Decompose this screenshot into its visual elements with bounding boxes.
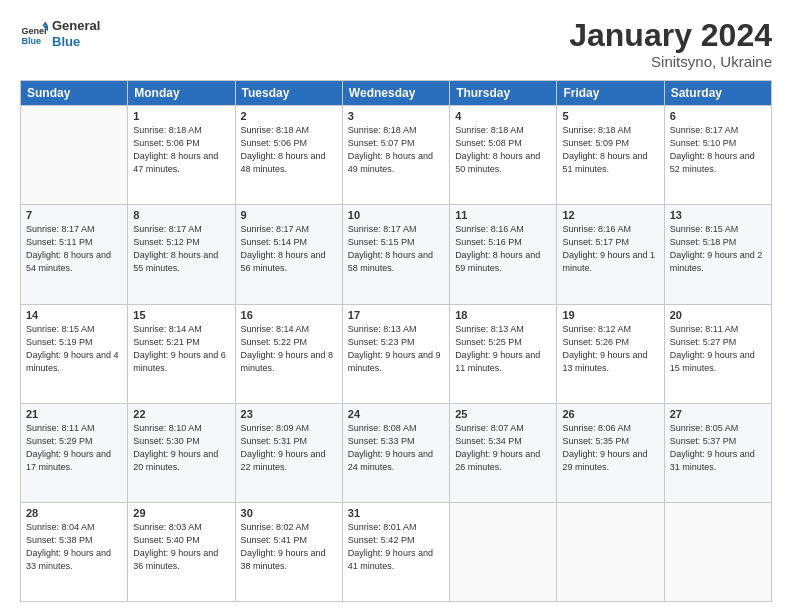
calendar-cell: 25Sunrise: 8:07 AMSunset: 5:34 PMDayligh… [450, 403, 557, 502]
calendar-cell: 7Sunrise: 8:17 AMSunset: 5:11 PMDaylight… [21, 205, 128, 304]
calendar-cell [557, 502, 664, 601]
col-header-friday: Friday [557, 81, 664, 106]
calendar-cell [664, 502, 771, 601]
day-info: Sunrise: 8:18 AMSunset: 5:08 PMDaylight:… [455, 125, 540, 174]
day-number: 3 [348, 110, 444, 122]
day-number: 8 [133, 209, 229, 221]
day-number: 2 [241, 110, 337, 122]
day-number: 18 [455, 309, 551, 321]
calendar-cell: 29Sunrise: 8:03 AMSunset: 5:40 PMDayligh… [128, 502, 235, 601]
main-title: January 2024 [569, 18, 772, 53]
day-info: Sunrise: 8:08 AMSunset: 5:33 PMDaylight:… [348, 423, 433, 472]
calendar-cell: 16Sunrise: 8:14 AMSunset: 5:22 PMDayligh… [235, 304, 342, 403]
day-number: 19 [562, 309, 658, 321]
day-info: Sunrise: 8:18 AMSunset: 5:09 PMDaylight:… [562, 125, 647, 174]
calendar-cell: 11Sunrise: 8:16 AMSunset: 5:16 PMDayligh… [450, 205, 557, 304]
day-number: 27 [670, 408, 766, 420]
calendar-cell: 20Sunrise: 8:11 AMSunset: 5:27 PMDayligh… [664, 304, 771, 403]
calendar-body: 1Sunrise: 8:18 AMSunset: 5:06 PMDaylight… [21, 106, 772, 602]
day-info: Sunrise: 8:16 AMSunset: 5:17 PMDaylight:… [562, 224, 655, 273]
day-number: 6 [670, 110, 766, 122]
day-info: Sunrise: 8:03 AMSunset: 5:40 PMDaylight:… [133, 522, 218, 571]
svg-text:General: General [21, 26, 48, 36]
day-info: Sunrise: 8:13 AMSunset: 5:23 PMDaylight:… [348, 324, 441, 373]
day-number: 1 [133, 110, 229, 122]
calendar-cell: 12Sunrise: 8:16 AMSunset: 5:17 PMDayligh… [557, 205, 664, 304]
day-info: Sunrise: 8:17 AMSunset: 5:10 PMDaylight:… [670, 125, 755, 174]
day-info: Sunrise: 8:07 AMSunset: 5:34 PMDaylight:… [455, 423, 540, 472]
day-number: 17 [348, 309, 444, 321]
day-number: 22 [133, 408, 229, 420]
day-number: 21 [26, 408, 122, 420]
calendar-cell: 2Sunrise: 8:18 AMSunset: 5:06 PMDaylight… [235, 106, 342, 205]
week-row-1: 1Sunrise: 8:18 AMSunset: 5:06 PMDaylight… [21, 106, 772, 205]
logo-general-text: General [52, 18, 100, 34]
day-number: 11 [455, 209, 551, 221]
week-row-5: 28Sunrise: 8:04 AMSunset: 5:38 PMDayligh… [21, 502, 772, 601]
day-info: Sunrise: 8:11 AMSunset: 5:29 PMDaylight:… [26, 423, 111, 472]
day-info: Sunrise: 8:17 AMSunset: 5:15 PMDaylight:… [348, 224, 433, 273]
calendar-cell: 22Sunrise: 8:10 AMSunset: 5:30 PMDayligh… [128, 403, 235, 502]
day-number: 12 [562, 209, 658, 221]
calendar-cell: 27Sunrise: 8:05 AMSunset: 5:37 PMDayligh… [664, 403, 771, 502]
column-headers: SundayMondayTuesdayWednesdayThursdayFrid… [21, 81, 772, 106]
day-info: Sunrise: 8:09 AMSunset: 5:31 PMDaylight:… [241, 423, 326, 472]
day-number: 23 [241, 408, 337, 420]
calendar-cell: 10Sunrise: 8:17 AMSunset: 5:15 PMDayligh… [342, 205, 449, 304]
calendar-cell: 19Sunrise: 8:12 AMSunset: 5:26 PMDayligh… [557, 304, 664, 403]
week-row-3: 14Sunrise: 8:15 AMSunset: 5:19 PMDayligh… [21, 304, 772, 403]
calendar-cell: 4Sunrise: 8:18 AMSunset: 5:08 PMDaylight… [450, 106, 557, 205]
calendar-cell: 21Sunrise: 8:11 AMSunset: 5:29 PMDayligh… [21, 403, 128, 502]
day-number: 30 [241, 507, 337, 519]
day-info: Sunrise: 8:16 AMSunset: 5:16 PMDaylight:… [455, 224, 540, 273]
day-number: 24 [348, 408, 444, 420]
col-header-tuesday: Tuesday [235, 81, 342, 106]
day-number: 26 [562, 408, 658, 420]
day-number: 14 [26, 309, 122, 321]
page: General Blue General Blue January 2024 S… [0, 0, 792, 612]
day-info: Sunrise: 8:15 AMSunset: 5:18 PMDaylight:… [670, 224, 763, 273]
day-number: 7 [26, 209, 122, 221]
calendar-cell: 17Sunrise: 8:13 AMSunset: 5:23 PMDayligh… [342, 304, 449, 403]
day-info: Sunrise: 8:04 AMSunset: 5:38 PMDaylight:… [26, 522, 111, 571]
day-info: Sunrise: 8:14 AMSunset: 5:22 PMDaylight:… [241, 324, 334, 373]
day-info: Sunrise: 8:13 AMSunset: 5:25 PMDaylight:… [455, 324, 540, 373]
day-number: 16 [241, 309, 337, 321]
calendar-cell: 30Sunrise: 8:02 AMSunset: 5:41 PMDayligh… [235, 502, 342, 601]
calendar-cell: 5Sunrise: 8:18 AMSunset: 5:09 PMDaylight… [557, 106, 664, 205]
logo-blue-text: Blue [52, 34, 100, 50]
calendar-cell: 13Sunrise: 8:15 AMSunset: 5:18 PMDayligh… [664, 205, 771, 304]
calendar-cell: 1Sunrise: 8:18 AMSunset: 5:06 PMDaylight… [128, 106, 235, 205]
calendar-cell: 8Sunrise: 8:17 AMSunset: 5:12 PMDaylight… [128, 205, 235, 304]
col-header-saturday: Saturday [664, 81, 771, 106]
svg-text:Blue: Blue [21, 35, 41, 45]
calendar-cell: 28Sunrise: 8:04 AMSunset: 5:38 PMDayligh… [21, 502, 128, 601]
day-info: Sunrise: 8:18 AMSunset: 5:06 PMDaylight:… [133, 125, 218, 174]
col-header-thursday: Thursday [450, 81, 557, 106]
day-info: Sunrise: 8:17 AMSunset: 5:11 PMDaylight:… [26, 224, 111, 273]
calendar-cell: 31Sunrise: 8:01 AMSunset: 5:42 PMDayligh… [342, 502, 449, 601]
calendar-cell: 24Sunrise: 8:08 AMSunset: 5:33 PMDayligh… [342, 403, 449, 502]
subtitle: Sinitsyno, Ukraine [569, 53, 772, 70]
day-number: 9 [241, 209, 337, 221]
day-info: Sunrise: 8:17 AMSunset: 5:12 PMDaylight:… [133, 224, 218, 273]
calendar-cell: 3Sunrise: 8:18 AMSunset: 5:07 PMDaylight… [342, 106, 449, 205]
week-row-2: 7Sunrise: 8:17 AMSunset: 5:11 PMDaylight… [21, 205, 772, 304]
col-header-sunday: Sunday [21, 81, 128, 106]
col-header-wednesday: Wednesday [342, 81, 449, 106]
calendar-cell: 18Sunrise: 8:13 AMSunset: 5:25 PMDayligh… [450, 304, 557, 403]
svg-marker-2 [42, 21, 48, 25]
calendar-cell [21, 106, 128, 205]
day-info: Sunrise: 8:18 AMSunset: 5:07 PMDaylight:… [348, 125, 433, 174]
calendar-cell: 15Sunrise: 8:14 AMSunset: 5:21 PMDayligh… [128, 304, 235, 403]
day-number: 29 [133, 507, 229, 519]
day-info: Sunrise: 8:05 AMSunset: 5:37 PMDaylight:… [670, 423, 755, 472]
calendar-cell [450, 502, 557, 601]
calendar-cell: 23Sunrise: 8:09 AMSunset: 5:31 PMDayligh… [235, 403, 342, 502]
title-block: January 2024 Sinitsyno, Ukraine [569, 18, 772, 70]
day-info: Sunrise: 8:12 AMSunset: 5:26 PMDaylight:… [562, 324, 647, 373]
day-info: Sunrise: 8:17 AMSunset: 5:14 PMDaylight:… [241, 224, 326, 273]
day-info: Sunrise: 8:10 AMSunset: 5:30 PMDaylight:… [133, 423, 218, 472]
header: General Blue General Blue January 2024 S… [20, 18, 772, 70]
day-number: 4 [455, 110, 551, 122]
